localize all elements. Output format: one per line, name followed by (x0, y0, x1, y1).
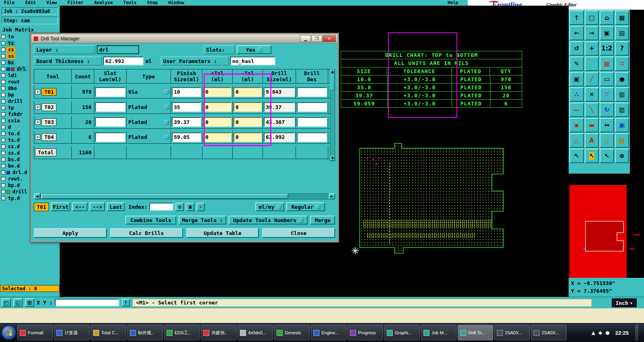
slot-len-input[interactable] (95, 132, 125, 142)
layer-visibility-icon[interactable] (1, 54, 5, 58)
scrollbar-thumb[interactable] (41, 194, 288, 199)
toolbar-icon-mesh-icon[interactable]: ▦ (615, 133, 629, 148)
toolbar-icon-circle-icon[interactable]: ● (615, 72, 629, 86)
layer-name[interactable]: rout (6, 79, 21, 85)
taskbar-button-foxmail[interactable]: Foxmail (17, 325, 53, 340)
taskbar-button--[interactable]: 兴森快.. (201, 325, 236, 340)
slots-dropdown[interactable]: Yes (237, 45, 271, 54)
layer-visibility-icon[interactable] (1, 61, 5, 65)
layer-name[interactable]: cvia (6, 118, 21, 124)
layer-visibility-icon[interactable] (1, 119, 5, 123)
tool-id[interactable]: T04 (42, 133, 56, 141)
pcb-board-view[interactable] (355, 139, 510, 256)
layer-name[interactable]: ss (6, 53, 15, 59)
layer-name[interactable]: ldi (6, 73, 19, 78)
layer-name[interactable]: tp.d (6, 195, 21, 201)
layer-visibility-icon[interactable] (1, 190, 5, 194)
layer-name[interactable]: 0bo (6, 86, 19, 91)
toolbar-icon-home-icon[interactable]: ⌂ (600, 10, 614, 25)
index-input[interactable] (149, 203, 173, 211)
delete-tool-icon[interactable]: ✕ (196, 203, 205, 211)
layer-visibility-icon[interactable] (1, 67, 5, 71)
grid-mode-icon[interactable]: ◱ (13, 298, 23, 307)
toolbar-icon-scatter-icon[interactable]: ∵ (600, 87, 614, 102)
dialog-action-button-close[interactable]: Close (262, 228, 335, 238)
tool-id[interactable]: T01 (42, 88, 56, 96)
toolbar-icon-fill-icon[interactable]: ▣ (569, 72, 584, 86)
toolbar-icon-table-icon[interactable]: ▥ (615, 87, 629, 102)
layer-name[interactable]: bs.d (6, 157, 21, 162)
taskbar-button--[interactable]: 制作规.. (127, 325, 163, 340)
layer-visibility-icon[interactable] (1, 164, 5, 168)
toolbar-icon-cursor-alt-icon[interactable]: ↖ (600, 149, 614, 163)
toolbar-icon-measure-line-icon[interactable]: — (569, 103, 584, 117)
toolbar-icon-dot-matrix-icon[interactable]: ∷ (615, 57, 629, 71)
layer-visibility-icon[interactable] (1, 151, 5, 155)
layer-name[interactable]: drl.d (11, 170, 29, 175)
merge-button[interactable]: Merge (310, 216, 335, 225)
layer-visibility-icon[interactable] (1, 93, 5, 97)
menu-item[interactable]: Window (168, 0, 184, 6)
toolbar-icon-point-icon[interactable]: ▪ (569, 118, 584, 132)
toolbar-icon-dash-icon[interactable]: ▬ (585, 118, 599, 132)
layer-name[interactable]: bp (6, 92, 15, 98)
toolbar-icon-help-icon[interactable]: ? (615, 41, 629, 56)
horizontal-scrollbar[interactable]: ◄ ► (34, 193, 335, 199)
drill-des-input[interactable] (297, 132, 327, 142)
snap-tool-icon[interactable]: ▣ (186, 203, 194, 211)
tool-row-icon[interactable]: + (35, 120, 40, 125)
taskbar-button-4x0dn0-[interactable]: 4x0dn0... (238, 325, 273, 340)
toolbar-icon-delete-icon[interactable]: ✕ (585, 87, 599, 102)
layer-value[interactable]: drl (97, 45, 139, 54)
layer-name[interactable]: drill (6, 99, 24, 104)
layer-name[interactable]: cs (6, 47, 15, 52)
taskbar-button-total-c-[interactable]: Total C... (91, 325, 126, 340)
tray-volume-icon[interactable]: ● (605, 330, 609, 336)
toolbar-icon-refresh-icon[interactable]: ↻ (600, 103, 614, 117)
menu-item[interactable]: Step (147, 0, 158, 6)
toolbar-icon-move-left-icon[interactable]: ← (569, 26, 584, 40)
layer-visibility-icon[interactable] (1, 80, 5, 84)
dialog-title-bar[interactable]: Drill Tool Manager ▁ ❐ ✕ (31, 34, 338, 43)
toolbar-icon-windows-icon[interactable]: ▣ (600, 26, 614, 40)
scroll-down-icon[interactable]: ▼ (330, 156, 335, 161)
type-dropdown[interactable]: Plated (127, 116, 171, 129)
layer-name[interactable]: fzkdr (6, 111, 24, 117)
tool-row-icon[interactable]: + (35, 105, 40, 110)
combine-tools-button[interactable]: Combine Tools (125, 216, 176, 225)
menu-item[interactable]: Analyze (94, 0, 113, 6)
layer-visibility-icon[interactable] (1, 183, 5, 187)
toolbar-icon-sketch-icon[interactable]: ✎ (569, 57, 584, 71)
type-dropdown[interactable]: Plated (127, 131, 171, 144)
layer-visibility-icon[interactable] (1, 35, 5, 39)
layer-visibility-icon[interactable] (1, 132, 5, 136)
layer-name[interactable]: ss.d (6, 150, 21, 156)
taskbar-clock[interactable]: 22:25 (613, 330, 631, 336)
vertical-scrollbar[interactable]: ▲ ▼ (330, 69, 335, 161)
slot-len-input[interactable] (95, 102, 125, 112)
layer-visibility-icon[interactable] (1, 177, 5, 181)
layer-name[interactable]: ts (6, 40, 15, 46)
finish-size-input[interactable]: 59.05 (172, 132, 201, 142)
toolbar-icon-move-up-icon[interactable]: ↑ (569, 10, 584, 25)
drill-des-input[interactable] (297, 117, 327, 127)
xy-input[interactable] (55, 299, 119, 306)
taskbar-button-engine-[interactable]: Engine... (311, 325, 346, 340)
layer-name[interactable]: rout. (6, 176, 24, 182)
zoom-tool-icon[interactable]: ◎ (175, 203, 184, 211)
type-dropdown[interactable]: Plated (127, 101, 171, 114)
toolbar-icon-warning-icon[interactable]: △ (569, 133, 584, 148)
toolbar-icon-chip-icon[interactable]: ▣ (615, 118, 629, 132)
layer-name[interactable]: cs.d (6, 144, 21, 149)
tray-network-icon[interactable]: ◆ (598, 330, 602, 336)
layer-name[interactable]: to.d (6, 131, 21, 136)
layer-visibility-icon[interactable] (1, 86, 5, 90)
update-tools-numbers-dropdown[interactable]: Update Tools Numbers (229, 216, 308, 225)
toolbar-icon-line-icon[interactable]: ╱ (585, 72, 599, 86)
layer-name[interactable]: d (6, 124, 13, 130)
toolbar-icon-cursor-icon[interactable]: ↖ (569, 149, 584, 163)
finish-size-input[interactable]: 35 (172, 102, 201, 112)
slot-len-input[interactable] (95, 117, 125, 127)
taskbar-button-eds-[interactable]: EDS工.. (164, 325, 200, 340)
alert-button[interactable]: ! (122, 299, 130, 306)
